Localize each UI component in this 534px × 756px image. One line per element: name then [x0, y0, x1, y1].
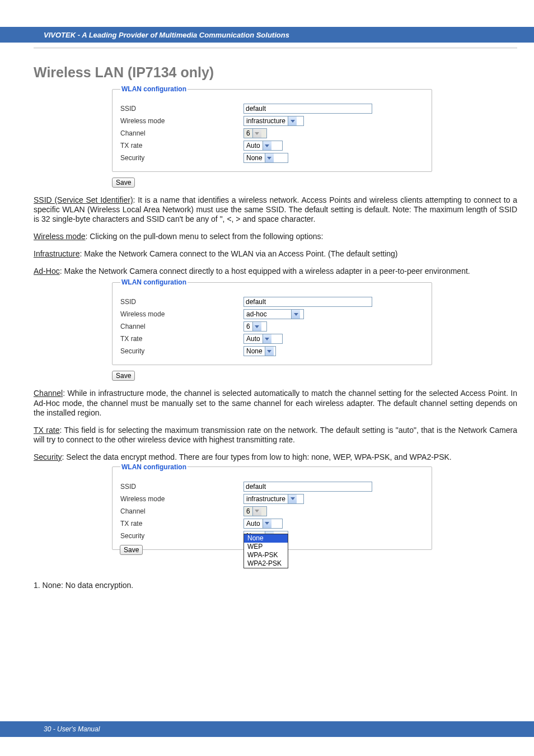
term-wireless-mode: Wireless mode — [34, 232, 86, 241]
security-option-none[interactable]: None — [244, 534, 288, 543]
wlan-config-fieldset-2: WLAN configuration SSID Wireless mode ad… — [112, 278, 432, 365]
label-ssid: SSID — [120, 298, 243, 306]
channel-value: 6 — [244, 507, 252, 515]
wireless-mode-select[interactable]: infrastructure — [243, 494, 304, 504]
txrate-select[interactable]: Auto — [243, 519, 283, 529]
chevron-down-icon — [265, 153, 274, 162]
label-wireless-mode: Wireless mode — [120, 495, 243, 503]
row-ssid: SSID — [120, 481, 424, 492]
security-option-wpa-psk[interactable]: WPA-PSK — [244, 551, 288, 559]
wlan-config-legend: WLAN configuration — [120, 278, 188, 286]
wireless-mode-value: infrastructure — [244, 495, 288, 503]
wlan-config-legend: WLAN configuration — [120, 463, 188, 471]
row-ssid: SSID — [120, 296, 424, 307]
chevron-down-icon — [252, 507, 261, 516]
row-txrate: TX rate Auto — [120, 333, 424, 344]
label-channel: Channel — [120, 323, 243, 330]
channel-select: 6 — [243, 506, 267, 516]
ssid-input[interactable] — [243, 297, 372, 307]
row-ssid: SSID — [120, 103, 424, 114]
wlan-config-fieldset-1: WLAN configuration SSID Wireless mode in… — [112, 85, 432, 172]
para-ssid: SSID (Service Set Identifier): It is a n… — [34, 195, 517, 224]
txrate-select[interactable]: Auto — [243, 141, 283, 151]
channel-select[interactable]: 6 — [243, 321, 267, 332]
term-security: Security — [34, 452, 62, 461]
header-banner: VIVOTEK - A Leading Provider of Multimed… — [0, 27, 534, 43]
chevron-down-icon — [252, 322, 261, 331]
save-button[interactable]: Save — [112, 178, 135, 188]
txrate-value: Auto — [244, 335, 263, 343]
term-channel: Channel — [34, 389, 63, 398]
txrate-select[interactable]: Auto — [243, 334, 283, 344]
ssid-input[interactable] — [243, 482, 372, 492]
save-button[interactable]: Save — [120, 545, 143, 555]
wireless-mode-select[interactable]: infrastructure — [243, 116, 304, 126]
chevron-down-icon — [263, 141, 271, 150]
ssid-input[interactable] — [243, 104, 372, 114]
page-title: Wireless LAN (IP7134 only) — [34, 64, 517, 81]
para-channel: Channel: While in infrastructure mode, t… — [34, 389, 517, 417]
para-security: Security: Select the data encrypt method… — [34, 452, 517, 462]
para-infrastructure: Infrastructure: Make the Network Camera … — [34, 249, 517, 259]
label-wireless-mode: Wireless mode — [120, 117, 243, 125]
row-wireless-mode: Wireless mode infrastructure — [120, 115, 424, 127]
label-txrate: TX rate — [120, 335, 243, 343]
row-channel: Channel 6 — [120, 128, 424, 139]
save-button[interactable]: Save — [112, 371, 135, 381]
label-txrate: TX rate — [120, 520, 243, 528]
security-value: None — [244, 347, 265, 355]
row-channel: Channel 6 — [120, 321, 424, 332]
label-channel: Channel — [120, 129, 243, 137]
row-txrate: TX rate Auto — [120, 518, 424, 529]
chevron-down-icon — [288, 116, 297, 125]
row-security: Security None — [120, 346, 424, 357]
label-channel: Channel — [120, 507, 243, 515]
header-underline — [34, 47, 517, 49]
wireless-mode-value: ad-hoc — [244, 310, 291, 318]
wireless-mode-select[interactable]: ad-hoc — [243, 309, 304, 319]
security-option-wep[interactable]: WEP — [244, 543, 288, 551]
txrate-value: Auto — [244, 142, 263, 150]
term-adhoc: Ad-Hoc — [34, 267, 60, 276]
label-security: Security — [120, 154, 243, 162]
channel-select: 6 — [243, 128, 267, 138]
security-option-wpa2-psk[interactable]: WPA2-PSK — [244, 559, 288, 568]
chevron-down-icon — [291, 310, 300, 319]
chevron-down-icon — [265, 347, 274, 356]
channel-value: 6 — [244, 129, 252, 137]
wlan-config-legend: WLAN configuration — [120, 85, 188, 93]
row-channel: Channel 6 — [120, 506, 424, 517]
term-ssid: SSID (Service Set Identifier) — [34, 195, 133, 204]
para-wireless-mode: Wireless mode: Clicking on the pull-down… — [34, 232, 517, 241]
wireless-mode-value: infrastructure — [244, 117, 288, 125]
security-value: None — [244, 154, 265, 162]
label-ssid: SSID — [120, 105, 243, 113]
para-txrate: TX rate: This field is for selecting the… — [34, 426, 517, 445]
term-txrate: TX rate — [34, 426, 59, 435]
txrate-value: Auto — [244, 520, 263, 528]
footer: 30 - User's Manual — [0, 721, 534, 737]
row-security: Security None — [120, 152, 424, 164]
label-txrate: TX rate — [120, 142, 243, 150]
row-wireless-mode: Wireless mode infrastructure — [120, 493, 424, 505]
label-security: Security — [120, 347, 243, 355]
security-select[interactable]: None — [243, 346, 276, 356]
row-txrate: TX rate Auto — [120, 140, 424, 151]
row-wireless-mode: Wireless mode ad-hoc — [120, 309, 424, 320]
para-adhoc: Ad-Hoc: Make the Network Camera connect … — [34, 267, 517, 276]
chevron-down-icon — [288, 494, 297, 503]
label-security: Security — [120, 532, 243, 540]
footer-text: 30 - User's Manual — [44, 725, 100, 733]
chevron-down-icon — [263, 519, 271, 528]
channel-value: 6 — [244, 323, 252, 330]
label-ssid: SSID — [120, 483, 243, 491]
security-dropdown-open[interactable]: None WEP WPA-PSK WPA2-PSK — [243, 534, 288, 568]
label-wireless-mode: Wireless mode — [120, 310, 243, 318]
security-select[interactable]: None — [243, 153, 288, 163]
list-item-none: 1. None: No data encryption. — [34, 581, 517, 590]
term-infrastructure: Infrastructure — [34, 249, 79, 258]
chevron-down-icon — [263, 334, 271, 343]
chevron-down-icon — [252, 129, 261, 138]
header-banner-text: VIVOTEK - A Leading Provider of Multimed… — [44, 31, 289, 39]
